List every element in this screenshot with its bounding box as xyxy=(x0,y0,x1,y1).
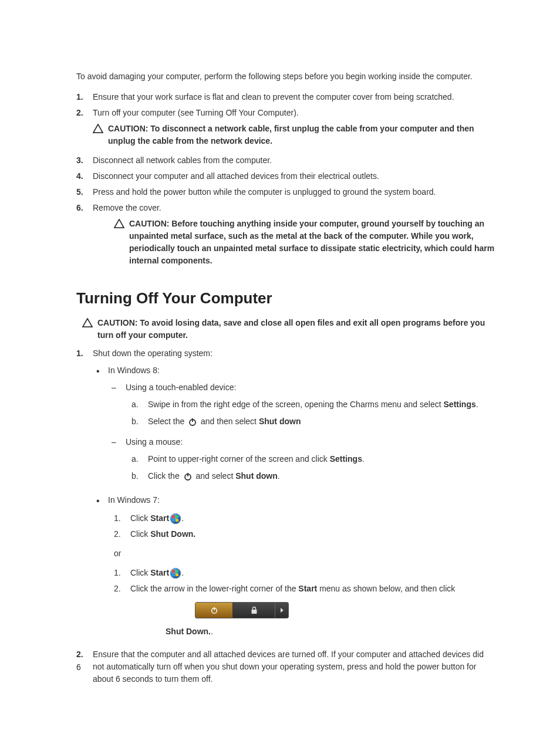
procedure-list-2: 1. Shut down the operating system: In Wi… xyxy=(76,347,495,685)
shutdown-bar-image xyxy=(195,602,289,618)
step-text: and then select xyxy=(201,417,259,426)
bullet-icon xyxy=(96,494,108,641)
dash-icon xyxy=(112,381,126,432)
item-number: 5. xyxy=(76,186,93,198)
caution-text: CAUTION: To avoid losing data, save and … xyxy=(97,317,495,341)
item-text: Press and hold the power button while th… xyxy=(93,186,495,198)
list-item: 1. Click Start. xyxy=(114,567,455,579)
document-page: To avoid damaging your computer, perform… xyxy=(0,0,560,744)
caution-text: CAUTION: Before touching anything inside… xyxy=(129,218,495,267)
shutdown-lock-segment xyxy=(233,603,275,618)
step-text: Click xyxy=(130,568,150,577)
alpha-marker: b. xyxy=(131,415,148,428)
item-text: Ensure that your work surface is flat an… xyxy=(93,91,495,103)
step-text: Point to upper-right corner of the scree… xyxy=(148,454,330,464)
strong-text: Settings xyxy=(444,400,476,409)
strong-text: Shut Down. xyxy=(150,529,195,539)
list-item: a. Point to upper-right corner of the sc… xyxy=(131,453,365,465)
step-text: Swipe in from the right edge of the scre… xyxy=(148,400,444,409)
list-item: 5. Press and hold the power button while… xyxy=(76,186,495,198)
alpha-list: a. Point to upper-right corner of the sc… xyxy=(126,453,365,482)
item-text: Disconnect your computer and all attache… xyxy=(93,170,495,182)
item-number: 1. xyxy=(114,512,130,525)
caution-block: CAUTION: To avoid losing data, save and … xyxy=(82,317,495,341)
or-separator: or xyxy=(108,547,455,560)
caution-icon xyxy=(114,218,129,232)
method-list: Using a touch-enabled device: a. Swipe i… xyxy=(108,381,478,487)
caution-text: CAUTION: To disconnect a network cable, … xyxy=(108,123,495,147)
item-text: Disconnect all network cables from the c… xyxy=(93,154,495,167)
list-item: Using a touch-enabled device: a. Swipe i… xyxy=(112,381,478,432)
list-item: 2. Ensure that the computer and all atta… xyxy=(76,648,495,685)
method-label: Using a touch-enabled device: xyxy=(126,383,236,392)
shutdown-arrow-segment xyxy=(275,603,288,618)
list-item: 2. Click the arrow in the lower-right co… xyxy=(114,583,455,638)
list-item: 1. Click Start. xyxy=(114,512,455,525)
step-text: Click xyxy=(130,529,150,539)
step-text: . xyxy=(476,400,478,409)
item-number: 3. xyxy=(76,154,93,167)
list-item: 2. Click Shut Down. xyxy=(114,528,455,540)
intro-paragraph: To avoid damaging your computer, perform… xyxy=(76,70,495,83)
list-item: 6. Remove the cover. CAUTION: Before tou… xyxy=(76,202,495,270)
alpha-marker: b. xyxy=(131,470,148,482)
os-bullet-list: In Windows 7: 1. Click Start. 2. xyxy=(93,494,495,641)
start-orb-icon xyxy=(170,513,181,524)
alpha-list: a. Swipe in from the right edge of the s… xyxy=(126,398,478,428)
list-item: b. Click the and select Shut down. xyxy=(131,470,365,482)
item-number: 2. xyxy=(76,107,93,151)
strong-text: Settings xyxy=(330,454,362,464)
item-text: Turn off your computer (see Turning Off … xyxy=(93,108,299,117)
chevron-right-icon xyxy=(281,608,284,613)
bullet-icon xyxy=(96,364,108,491)
section-heading: Turning Off Your Computer xyxy=(76,287,495,310)
caution-block: CAUTION: Before touching anything inside… xyxy=(93,218,495,267)
list-item: 4. Disconnect your computer and all atta… xyxy=(76,170,495,182)
item-text: Remove the cover. xyxy=(93,203,161,212)
list-item: 3. Disconnect all network cables from th… xyxy=(76,154,495,167)
step-text: . xyxy=(278,471,280,481)
numbered-sublist: 1. Click Start. 2. Click the arrow in th… xyxy=(108,567,455,638)
item-number: 2. xyxy=(114,528,130,540)
caution-icon xyxy=(82,317,97,331)
step-text: Select the xyxy=(148,417,187,426)
shutdown-power-segment xyxy=(195,603,233,618)
os-label: In Windows 7: xyxy=(108,495,160,505)
method-label: Using a mouse: xyxy=(126,437,183,447)
strong-text: Shut Down. xyxy=(166,627,211,636)
step-text: . xyxy=(211,627,213,636)
list-item: In Windows 7: 1. Click Start. 2. xyxy=(96,494,495,641)
strong-text: Start xyxy=(150,513,169,523)
alpha-marker: a. xyxy=(131,453,148,465)
list-item: 1. Ensure that your work surface is flat… xyxy=(76,91,495,103)
list-item: 2. Turn off your computer (see Turning O… xyxy=(76,107,495,151)
strong-text: Shut down xyxy=(235,471,278,481)
item-number: 1. xyxy=(76,347,93,645)
start-orb-icon xyxy=(170,568,181,579)
strong-text: Shut down xyxy=(259,417,301,426)
alpha-marker: a. xyxy=(131,398,148,411)
caution-icon xyxy=(93,123,108,137)
list-item: 1. Shut down the operating system: In Wi… xyxy=(76,347,495,645)
step-text: . xyxy=(362,454,365,464)
item-number: 2. xyxy=(114,583,130,638)
list-item: a. Swipe in from the right edge of the s… xyxy=(131,398,478,411)
dash-icon xyxy=(112,436,126,487)
os-label: In Windows 8: xyxy=(108,366,160,375)
page-number: 6 xyxy=(76,661,81,674)
strong-text: Start xyxy=(298,584,317,593)
procedure-list-1: 1. Ensure that your work surface is flat… xyxy=(76,91,495,270)
step-text: . xyxy=(181,513,184,523)
item-number: 1. xyxy=(114,567,130,579)
caution-block: CAUTION: To disconnect a network cable, … xyxy=(93,123,495,147)
step-text: and select xyxy=(195,471,235,481)
step-text: Click the xyxy=(148,471,182,481)
list-item: In Windows 8: Using a touch-enabled devi… xyxy=(96,364,495,491)
step-text: . xyxy=(181,568,184,577)
os-bullet-list: In Windows 8: Using a touch-enabled devi… xyxy=(93,364,495,491)
strong-text: Start xyxy=(150,568,169,577)
step-text: Click xyxy=(130,513,150,523)
list-item: b. Select the and then select Shut dow xyxy=(131,415,478,428)
power-icon xyxy=(188,417,197,427)
power-icon xyxy=(183,472,193,481)
